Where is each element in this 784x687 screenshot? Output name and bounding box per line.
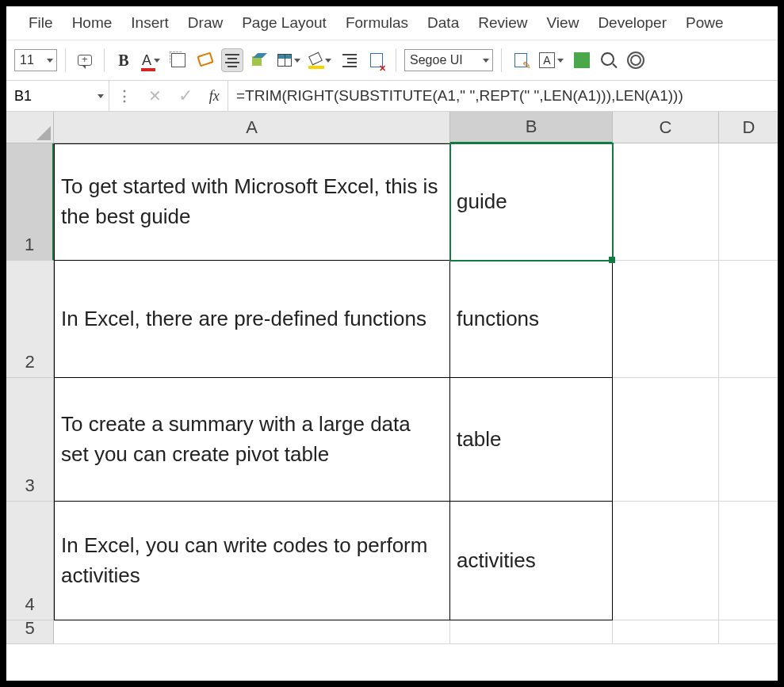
row-header-5[interactable]: 5 bbox=[6, 620, 54, 644]
spreadsheet-grid: A B C D 1 To get started with Microsoft … bbox=[6, 112, 778, 644]
cell-B3[interactable]: table bbox=[450, 378, 613, 502]
row-header-3[interactable]: 3 bbox=[6, 378, 54, 502]
menu-insert[interactable]: Insert bbox=[131, 14, 169, 32]
cell-A2[interactable]: In Excel, there are pre-defined function… bbox=[54, 261, 450, 378]
cell-A5[interactable] bbox=[54, 620, 450, 644]
bold-icon: B bbox=[118, 52, 128, 70]
fill-color-button[interactable] bbox=[308, 48, 334, 72]
focus-cell-button[interactable] bbox=[625, 48, 647, 72]
toolbar: 11 B A Segoe UI A bbox=[6, 40, 778, 80]
row-header-4[interactable]: 4 bbox=[6, 502, 54, 620]
cell-D2[interactable] bbox=[719, 261, 778, 378]
cube-icon bbox=[252, 53, 266, 67]
chevron-down-icon bbox=[294, 59, 300, 63]
cell-D5[interactable] bbox=[719, 620, 778, 644]
formula-input[interactable]: =TRIM(RIGHT(SUBSTITUTE(A1," ",REPT(" ",L… bbox=[228, 81, 778, 111]
cell-B2[interactable]: functions bbox=[450, 261, 613, 378]
font-color-button[interactable]: A bbox=[140, 48, 163, 72]
cell-styles-button[interactable]: A bbox=[537, 48, 566, 72]
menu-page-layout[interactable]: Page Layout bbox=[242, 14, 327, 32]
menu-view[interactable]: View bbox=[547, 14, 579, 32]
delete-sheet-button[interactable] bbox=[365, 48, 388, 72]
cell-C4[interactable] bbox=[613, 502, 719, 620]
indent-icon bbox=[342, 54, 357, 67]
comment-icon bbox=[78, 55, 92, 66]
cell-D3[interactable] bbox=[719, 378, 778, 502]
sheet-edit-icon bbox=[514, 53, 527, 67]
align-center-icon bbox=[225, 54, 239, 67]
cell-A4[interactable]: In Excel, you can write codes to perform… bbox=[54, 502, 450, 620]
chevron-down-icon bbox=[154, 59, 160, 63]
target-icon bbox=[627, 52, 644, 69]
menu-formulas[interactable]: Formulas bbox=[346, 14, 408, 32]
borders-button[interactable] bbox=[167, 48, 189, 72]
name-box[interactable]: B1 bbox=[6, 81, 109, 111]
accept-formula-icon[interactable]: ✓ bbox=[178, 86, 193, 106]
table-icon bbox=[277, 54, 292, 67]
magnifier-icon bbox=[601, 52, 617, 68]
menu-developer[interactable]: Developer bbox=[598, 14, 667, 32]
menu-draw[interactable]: Draw bbox=[188, 14, 223, 32]
formula-menu-icon[interactable]: ⋮ bbox=[117, 87, 132, 105]
menu-power[interactable]: Powe bbox=[686, 14, 724, 32]
cell-D4[interactable] bbox=[719, 502, 778, 620]
menu-data[interactable]: Data bbox=[427, 14, 459, 32]
3d-model-button[interactable] bbox=[248, 48, 270, 72]
cell-B4[interactable]: activities bbox=[450, 502, 613, 620]
cell-B1[interactable]: guide bbox=[450, 143, 613, 261]
clear-format-button[interactable] bbox=[194, 48, 216, 72]
row-header-1[interactable]: 1 bbox=[6, 143, 54, 261]
green-square-icon bbox=[574, 52, 590, 68]
chevron-down-icon bbox=[98, 94, 104, 98]
sheet-delete-icon bbox=[370, 53, 383, 67]
menu-bar: File Home Insert Draw Page Layout Formul… bbox=[6, 6, 778, 40]
fx-icon[interactable]: fx bbox=[209, 88, 220, 105]
chevron-down-icon bbox=[483, 59, 489, 63]
font-name-select[interactable]: Segoe UI bbox=[404, 49, 493, 71]
menu-home[interactable]: Home bbox=[72, 14, 113, 32]
fill-color-icon bbox=[310, 54, 323, 67]
formula-bar: B1 ⋮ ✕ ✓ fx =TRIM(RIGHT(SUBSTITUTE(A1," … bbox=[6, 80, 778, 112]
menu-file[interactable]: File bbox=[29, 14, 53, 32]
format-table-button[interactable] bbox=[275, 48, 303, 72]
menu-review[interactable]: Review bbox=[478, 14, 527, 32]
font-color-icon: A bbox=[142, 52, 151, 69]
col-header-C[interactable]: C bbox=[613, 112, 719, 143]
zoom-button[interactable] bbox=[598, 48, 620, 72]
select-all-corner[interactable] bbox=[6, 112, 54, 143]
cell-C1[interactable] bbox=[613, 143, 719, 261]
font-size-select[interactable]: 11 bbox=[14, 49, 57, 71]
cell-C3[interactable] bbox=[613, 378, 719, 502]
bold-button[interactable]: B bbox=[113, 48, 135, 72]
eraser-icon bbox=[198, 54, 212, 67]
cancel-formula-icon[interactable]: ✕ bbox=[148, 86, 162, 105]
cell-C2[interactable] bbox=[613, 261, 719, 378]
cell-D1[interactable] bbox=[719, 143, 778, 261]
cell-C5[interactable] bbox=[613, 620, 719, 644]
row-header-2[interactable]: 2 bbox=[6, 261, 54, 378]
chevron-down-icon bbox=[47, 59, 53, 63]
font-name-value: Segoe UI bbox=[410, 53, 463, 67]
fill-green-button[interactable] bbox=[571, 48, 593, 72]
font-size-value: 11 bbox=[20, 53, 34, 67]
col-header-B[interactable]: B bbox=[450, 112, 613, 143]
col-header-D[interactable]: D bbox=[719, 112, 778, 143]
align-center-button[interactable] bbox=[221, 48, 243, 72]
indent-button[interactable] bbox=[338, 48, 361, 72]
borders-icon bbox=[171, 53, 185, 67]
insert-comment-button[interactable] bbox=[74, 48, 96, 72]
name-box-value: B1 bbox=[14, 88, 32, 105]
a-box-icon: A bbox=[539, 52, 555, 68]
edit-sheet-button[interactable] bbox=[510, 48, 532, 72]
col-header-A[interactable]: A bbox=[54, 112, 450, 143]
chevron-down-icon bbox=[325, 59, 331, 63]
chevron-down-icon bbox=[557, 59, 564, 63]
cell-B5[interactable] bbox=[450, 620, 613, 644]
cell-A1[interactable]: To get started with Microsoft Excel, thi… bbox=[54, 143, 450, 261]
cell-A3[interactable]: To create a summary with a large data se… bbox=[54, 378, 450, 502]
